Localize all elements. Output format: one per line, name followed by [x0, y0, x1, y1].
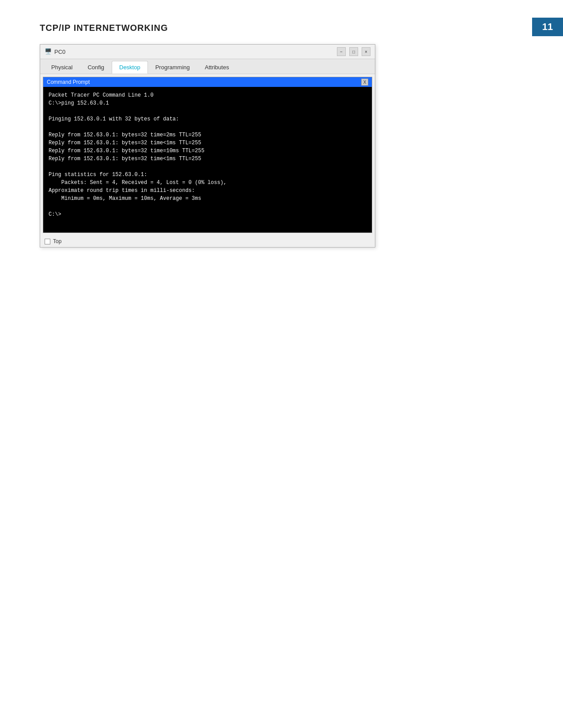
bottom-bar: Top	[40, 236, 375, 247]
cmd-title: Command Prompt	[47, 79, 90, 85]
window-title-left: 🖥️ PC0	[45, 48, 65, 55]
maximize-button[interactable]: □	[349, 47, 358, 56]
tab-desktop[interactable]: Desktop	[112, 61, 148, 74]
tab-attributes[interactable]: Attributes	[197, 61, 237, 74]
tab-config[interactable]: Config	[80, 61, 112, 74]
window-title: PC0	[54, 49, 65, 55]
top-checkbox[interactable]	[45, 239, 50, 244]
close-button[interactable]: ×	[362, 47, 370, 56]
top-label: Top	[53, 238, 61, 244]
page-title: TCP/IP INTERNETWORKING	[40, 23, 168, 33]
window-controls: − □ ×	[337, 47, 370, 56]
tabs-bar: Physical Config Desktop Programming Attr…	[40, 59, 375, 74]
cmd-close-button[interactable]: X	[361, 79, 368, 86]
window-titlebar: 🖥️ PC0 − □ ×	[40, 45, 375, 59]
command-prompt-container: Command Prompt X Packet Tracer PC Comman…	[43, 77, 372, 233]
cmd-titlebar: Command Prompt X	[43, 77, 372, 87]
page-number-badge: 11	[532, 18, 563, 36]
pc-icon: 🖥️	[45, 48, 52, 55]
pc-window: 🖥️ PC0 − □ × Physical Config Desktop Pro…	[40, 44, 375, 248]
tab-physical[interactable]: Physical	[44, 61, 80, 74]
cmd-body[interactable]: Packet Tracer PC Command Line 1.0 C:\>pi…	[43, 87, 372, 233]
tab-programming[interactable]: Programming	[148, 61, 197, 74]
minimize-button[interactable]: −	[337, 47, 346, 56]
